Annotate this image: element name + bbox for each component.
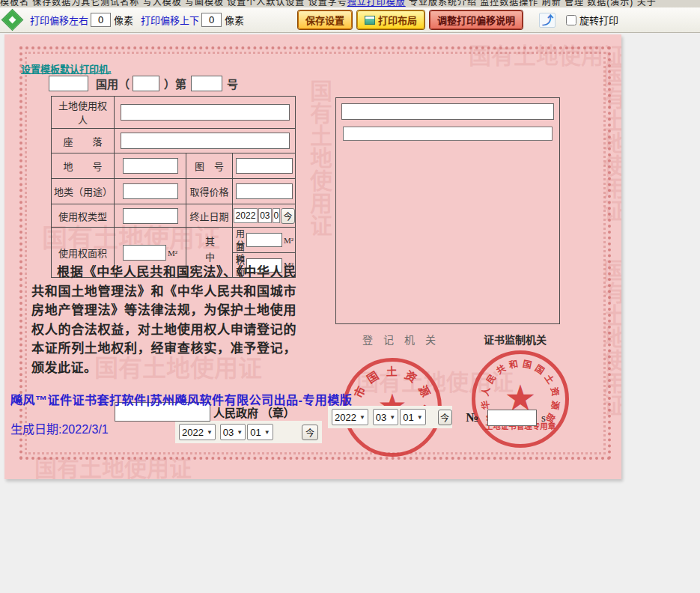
menu-fragment-link[interactable]: 独立打印模版 bbox=[347, 0, 406, 7]
area-input[interactable] bbox=[123, 245, 166, 261]
gov-date-panel: 2022▼ 03▼ 01▼ 今 bbox=[175, 421, 322, 443]
pixels-label-2: 像素 bbox=[225, 13, 244, 27]
registry-authority-label: 登 记 机 关 bbox=[362, 332, 436, 347]
registry-input-1[interactable] bbox=[341, 103, 554, 120]
table-row: 地 号 图 号 bbox=[52, 153, 296, 179]
land-info-table: 土地使用权人 座 落 地 号 图 号 地类（用途） 取得价格 使用权类型 终止日… bbox=[51, 96, 296, 278]
price-input[interactable] bbox=[236, 183, 293, 199]
offset-ud-input[interactable] bbox=[201, 13, 222, 27]
cert-no-mid-input[interactable] bbox=[133, 76, 159, 91]
gov-month-select[interactable]: 03▼ bbox=[220, 424, 246, 440]
issue-day-select[interactable]: 01▼ bbox=[400, 409, 425, 425]
gov-year-select[interactable]: 2022▼ bbox=[179, 424, 216, 440]
map-label: 图 号 bbox=[186, 153, 233, 179]
print-layout-button[interactable]: 打印布局 bbox=[357, 10, 424, 29]
watermark-text: 国有土地使用证 bbox=[596, 259, 621, 416]
table-row: 座 落 bbox=[52, 129, 296, 153]
end-date-picker: 2022 03 0 今 bbox=[234, 208, 295, 224]
rotate-page-icon: ⤴ bbox=[539, 13, 556, 28]
cert-no-serial-input[interactable] bbox=[191, 76, 222, 91]
cert-no-part2: ）第 bbox=[164, 76, 186, 91]
certificate-sheet: 国有土地使用证 国有土地使用证 国有土地使用证 国有土地使用证 国有土地使用证 … bbox=[4, 34, 621, 479]
location-label: 座 落 bbox=[52, 129, 115, 153]
offset-lr-input[interactable] bbox=[91, 13, 111, 27]
owner-input[interactable] bbox=[121, 104, 290, 121]
end-day-select[interactable]: 0 bbox=[273, 208, 280, 223]
cert-no-part1: 国用（ bbox=[96, 76, 130, 91]
chevron-down-icon: ▼ bbox=[237, 429, 243, 436]
end-year-select[interactable]: 2022 bbox=[234, 208, 258, 223]
chevron-down-icon: ▼ bbox=[207, 429, 213, 436]
no-label: № bbox=[466, 410, 478, 425]
end-month-select[interactable]: 03 bbox=[258, 208, 272, 223]
end-date-label: 终止日期 bbox=[186, 204, 233, 228]
menu-fragment-right: 专业版系统介绍 监控数据操作 刷新 管理 数据(演示) 关于 bbox=[406, 0, 657, 7]
diamond-icon bbox=[0, 7, 25, 33]
chevron-down-icon: ▼ bbox=[264, 429, 270, 436]
ministry-land-resources-seal: 中华人民共和国国土资源部 ★ 土地证书管理专用章 bbox=[472, 350, 569, 448]
watermark-text: 国有土地使用证 bbox=[302, 79, 335, 237]
software-branding-text: 飚风™证件证书套打软件|苏州飚风软件有限公司出品-专用模版 bbox=[10, 390, 352, 408]
owner-label: 土地使用权人 bbox=[52, 97, 115, 129]
certificate-number-row: 国用（ ）第 号 bbox=[49, 76, 238, 91]
chevron-down-icon: ▼ bbox=[359, 414, 365, 421]
table-row: 地类（用途） 取得价格 bbox=[52, 179, 296, 204]
watermark-text: 国有土地使用证 bbox=[34, 450, 192, 479]
table-row: 使用权类型 终止日期 2022 03 0 今 bbox=[52, 204, 296, 228]
watermark-text: 国有土地使用证 bbox=[596, 64, 621, 222]
clipped-menu-bar: 模板名 保存数据为其它测试名称 写入模板 写画模板 设置个人默认设置 设置字号独… bbox=[0, 0, 700, 7]
serial-number-row: № s bbox=[466, 410, 546, 426]
issue-month-select[interactable]: 03▼ bbox=[373, 409, 398, 425]
map-input[interactable] bbox=[236, 158, 293, 174]
serial-number-input[interactable] bbox=[487, 410, 537, 426]
issue-date-today-button[interactable]: 今 bbox=[438, 410, 452, 425]
right-type-input[interactable] bbox=[123, 208, 178, 224]
print-toolbar: 打印偏移左右 像素 打印偏移上下 像素 保存设置 打印布局 调整打印偏移说明 ⤴… bbox=[0, 7, 700, 33]
price-label: 取得价格 bbox=[186, 179, 233, 204]
chevron-down-icon: ▼ bbox=[389, 414, 395, 421]
parcel-label: 地 号 bbox=[52, 153, 115, 179]
print-layout-label: 打印布局 bbox=[378, 13, 417, 27]
registry-input-2[interactable] bbox=[343, 127, 553, 141]
certificate-supervisor-label: 证书监制机关 bbox=[484, 332, 547, 347]
area-unit: M² bbox=[168, 249, 177, 258]
landuse-label: 地类（用途） bbox=[52, 179, 115, 204]
pixels-label: 像素 bbox=[114, 13, 133, 27]
parcel-input[interactable] bbox=[123, 158, 178, 174]
cert-no-prefix-input[interactable] bbox=[49, 76, 88, 91]
print-layout-icon bbox=[365, 16, 375, 25]
watermark-text: 国有土地使用证 bbox=[469, 37, 621, 70]
registry-box bbox=[335, 97, 560, 324]
issue-date-panel: 2022▼ 03▼ 01▼ 今 bbox=[328, 406, 452, 428]
cert-no-part3: 号 bbox=[227, 76, 238, 91]
end-date-today-button[interactable]: 今 bbox=[281, 208, 295, 224]
location-input[interactable] bbox=[121, 133, 290, 149]
gov-day-select[interactable]: 01▼ bbox=[247, 424, 273, 440]
s-label: s bbox=[541, 412, 546, 425]
landuse-input[interactable] bbox=[123, 183, 178, 199]
rotate-print-checkbox[interactable] bbox=[566, 15, 576, 25]
set-default-printer-link[interactable]: 设置模板默认打印机. bbox=[21, 61, 112, 76]
exclusive-unit: M² bbox=[284, 236, 293, 245]
exclusive-input[interactable] bbox=[246, 233, 282, 247]
rotate-print-label: 旋转打印 bbox=[579, 13, 618, 27]
offset-ud-label: 打印偏移上下 bbox=[141, 13, 199, 27]
offset-lr-label: 打印偏移左右 bbox=[30, 13, 88, 27]
table-row: 土地使用权人 bbox=[52, 97, 296, 129]
menu-fragment-left: 模板名 保存数据为其它测试名称 写入模板 写画模板 设置个人默认设置 设置字号 bbox=[0, 0, 347, 7]
right-type-label: 使用权类型 bbox=[52, 204, 115, 228]
generated-date-text: 生成日期:2022/3/1 bbox=[10, 419, 109, 437]
save-settings-button[interactable]: 保存设置 bbox=[298, 10, 352, 29]
gov-date-today-button[interactable]: 今 bbox=[302, 425, 318, 440]
clipped-menu-text: 模板名 保存数据为其它测试名称 写入模板 写画模板 设置个人默认设置 设置字号独… bbox=[0, 0, 700, 7]
issue-year-select[interactable]: 2022▼ bbox=[332, 409, 368, 425]
legal-statement: 根据《中华人民共和国宪法》、《中华人民共和国土地管理法》和《中华人民共和国城市房… bbox=[31, 263, 296, 377]
chevron-down-icon: ▼ bbox=[417, 414, 423, 421]
adjust-offset-help-button[interactable]: 调整打印偏移说明 bbox=[430, 10, 523, 29]
